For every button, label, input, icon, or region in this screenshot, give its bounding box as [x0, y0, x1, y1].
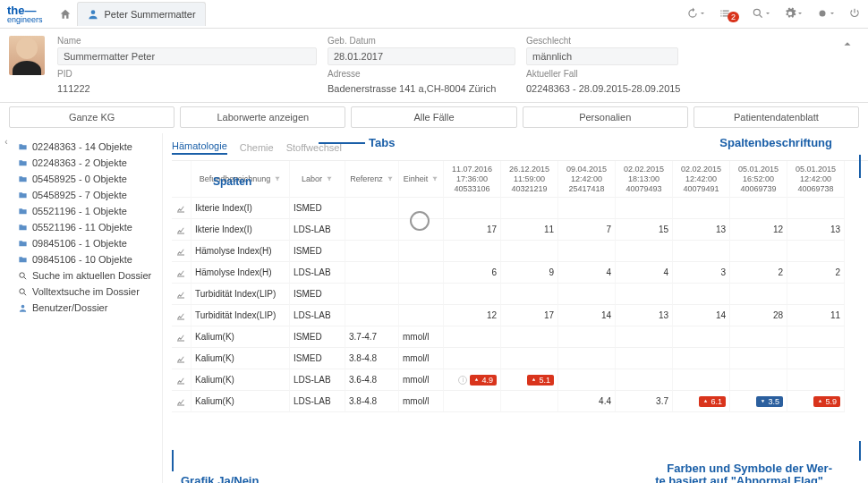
sidebar-item-9[interactable]: Volltextsuche im Dossier — [16, 284, 158, 300]
action-button-0[interactable]: Ganze KG — [9, 106, 174, 128]
sidebar-item-8[interactable]: Suche im aktuellen Dossier — [16, 267, 158, 284]
row-7-val-5 — [730, 348, 787, 369]
row-4-val-4 — [673, 284, 730, 305]
hdr-einheit[interactable]: Einheit — [399, 161, 444, 198]
chart-icon[interactable] — [175, 225, 186, 235]
chart-icon[interactable] — [175, 267, 186, 278]
row-0-val-2 — [558, 198, 616, 219]
row-8-val-2 — [558, 369, 616, 391]
row-3-val-3: 4 — [616, 262, 673, 284]
row-5-val-1: 17 — [501, 305, 558, 326]
hdr-date-6[interactable]: 05.01.201512:42:0040069738 — [787, 161, 845, 198]
row-9-val-4: 6.1 — [673, 391, 730, 412]
row-1-chart[interactable] — [172, 219, 191, 241]
tasks-btn[interactable]: 2 — [719, 7, 739, 21]
row-4-name: Turbidität Index(LIP) — [191, 284, 290, 305]
history-btn[interactable] — [686, 7, 706, 21]
sidebar-item-5[interactable]: 05521196 - 11 Objekte — [16, 219, 158, 235]
logout-btn[interactable] — [848, 7, 861, 21]
sidebar-item-label: Volltextsuche im Dossier — [32, 286, 140, 297]
hdr-date-1[interactable]: 26.12.201511:59:0040321219 — [501, 161, 558, 198]
row-9-chart[interactable] — [172, 391, 191, 412]
collapse-panel-icon[interactable] — [841, 38, 854, 50]
chart-icon[interactable] — [175, 375, 186, 386]
row-0-chart[interactable] — [172, 198, 191, 219]
row-1-val-1: 11 — [501, 219, 558, 241]
row-8-ref: 3.6-4.8 — [345, 369, 399, 391]
sidebar-item-7[interactable]: 09845106 - 10 Objekte — [16, 251, 158, 267]
row-8-val-1: 5.1 — [501, 369, 558, 391]
folder-icon — [18, 207, 28, 216]
row-8-name: Kalium(K) — [191, 369, 290, 391]
row-2-ref — [345, 241, 399, 262]
chart-icon[interactable] — [175, 246, 186, 257]
dob-field[interactable]: 28.01.2017 — [328, 47, 515, 65]
sidebar-item-1[interactable]: 02248363 - 2 Objekte — [16, 155, 158, 171]
search-icon — [18, 287, 28, 297]
hdr-referenz[interactable]: Referenz — [345, 161, 399, 198]
row-3-val-0: 6 — [444, 262, 501, 284]
sidebar-item-6[interactable]: 09845106 - 1 Objekte — [16, 235, 158, 251]
action-button-2[interactable]: Alle Fälle — [351, 106, 516, 128]
hdr-labor[interactable]: Labor — [290, 161, 345, 198]
chart-icon[interactable] — [175, 332, 186, 343]
sidebar-item-3[interactable]: 05458925 - 7 Objekte — [16, 187, 158, 203]
row-2-val-0 — [444, 241, 501, 262]
hdr-date-0[interactable]: 11.07.201617:36:0040533106 — [444, 161, 501, 198]
row-8-chart[interactable] — [172, 369, 191, 391]
sidebar-collapse[interactable]: ‹ — [0, 133, 13, 483]
action-button-4[interactable]: Patientendatenblatt — [694, 106, 859, 128]
row-3-val-6: 2 — [787, 262, 845, 284]
row-6-unit: mmol/l — [399, 326, 444, 348]
row-7-lab: ISMED — [290, 348, 345, 369]
gender-field[interactable]: männlich — [526, 47, 678, 65]
tab-stoffwechsel[interactable]: Stoffwechsel — [286, 142, 342, 153]
hdr-date-3[interactable]: 02.02.201518:13:0040079493 — [616, 161, 673, 198]
annotation-grafik: Grafik Ja/Nein — [181, 474, 259, 483]
row-1-ref — [345, 219, 399, 241]
patient-tab[interactable]: Peter Summermatter — [77, 2, 206, 26]
row-3-ref — [345, 262, 399, 284]
hdr-date-2[interactable]: 09.04.201512:42:0025417418 — [558, 161, 616, 198]
chart-icon[interactable] — [175, 289, 186, 300]
row-7-chart[interactable] — [172, 348, 191, 369]
row-5-chart[interactable] — [172, 305, 191, 326]
sidebar-item-2[interactable]: 05458925 - 0 Objekte — [16, 171, 158, 187]
tab-hämatologie[interactable]: Hämatologie — [172, 140, 227, 155]
hdr-befund[interactable]: Befundbezeichnung — [191, 161, 290, 198]
action-button-1[interactable]: Laborwerte anzeigen — [180, 106, 345, 128]
sidebar-item-0[interactable]: 02248363 - 14 Objekte — [16, 139, 158, 155]
row-2-chart[interactable] — [172, 241, 191, 262]
row-7-ref: 3.8-4.8 — [345, 348, 399, 369]
action-button-3[interactable]: Personalien — [523, 106, 688, 128]
row-6-chart[interactable] — [172, 326, 191, 348]
chart-icon[interactable] — [175, 310, 186, 321]
hdr-date-5[interactable]: 05.01.201516:52:0040069739 — [730, 161, 787, 198]
row-0-val-0 — [444, 198, 501, 219]
row-4-chart[interactable] — [172, 284, 191, 305]
chart-icon[interactable] — [175, 396, 186, 407]
chart-icon[interactable] — [175, 203, 186, 214]
hdr-date-4[interactable]: 02.02.201512:42:0040079491 — [673, 161, 730, 198]
search-btn[interactable] — [752, 7, 771, 21]
home-icon[interactable] — [59, 8, 72, 21]
row-3-val-2: 4 — [558, 262, 616, 284]
row-3-chart[interactable] — [172, 262, 191, 284]
folder-icon — [18, 223, 28, 233]
chart-icon[interactable] — [175, 353, 186, 364]
pid-label: PID — [57, 69, 317, 79]
row-0-val-6 — [787, 198, 845, 219]
sidebar-item-10[interactable]: Benutzer/Dossier — [16, 300, 158, 316]
tab-chemie[interactable]: Chemie — [240, 142, 274, 153]
sidebar-item-4[interactable]: 05521196 - 1 Objekte — [16, 203, 158, 219]
sidebar-item-label: 02248363 - 14 Objekte — [32, 141, 132, 152]
row-4-lab: ISMED — [290, 284, 345, 305]
settings-btn[interactable] — [784, 7, 804, 21]
row-0-name: Ikterie Index(I) — [191, 198, 290, 219]
row-2-val-3 — [616, 241, 673, 262]
debug-btn[interactable] — [816, 7, 836, 21]
row-8-unit: mmol/l — [399, 369, 444, 391]
row-7-val-0 — [444, 348, 501, 369]
name-field[interactable]: Summermatter Peter — [57, 47, 317, 65]
row-7-val-4 — [673, 348, 730, 369]
